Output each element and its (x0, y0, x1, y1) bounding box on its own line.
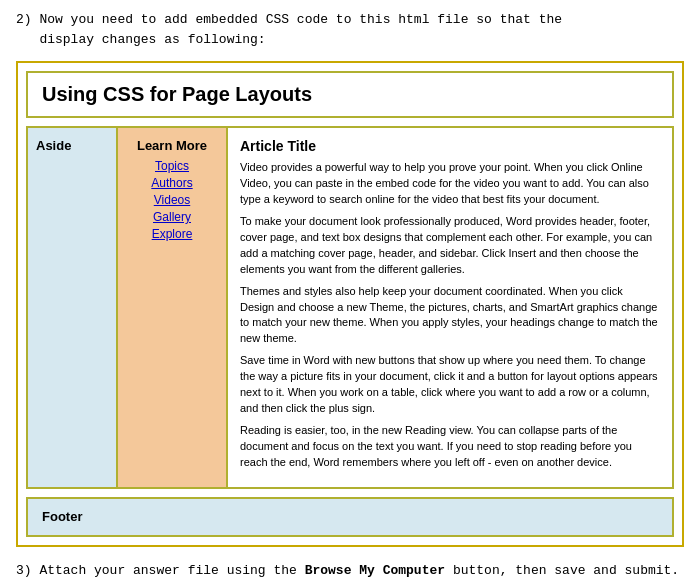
browse-my-computer-label: Browse My Computer (305, 563, 445, 577)
article-col: Article Title Video provides a powerful … (228, 128, 672, 487)
article-para-5: Reading is easier, too, in the new Readi… (240, 423, 660, 471)
list-item: Topics (126, 159, 218, 174)
step2-instruction: 2) Now you need to add embedded CSS code… (16, 10, 684, 49)
nav-col: Learn More Topics Authors Videos Gallery… (118, 128, 228, 487)
page-header: Using CSS for Page Layouts (26, 71, 674, 118)
article-title: Article Title (240, 138, 660, 154)
aside-label: Aside (36, 138, 71, 153)
list-item: Gallery (126, 210, 218, 225)
nav-link-explore[interactable]: Explore (152, 227, 193, 241)
article-para-3: Themes and styles also help keep your do… (240, 284, 660, 348)
list-item: Explore (126, 227, 218, 242)
step3-instruction: 3) Attach your answer file using the Bro… (16, 561, 684, 577)
nav-links-list: Topics Authors Videos Gallery Explore (126, 159, 218, 242)
nav-link-videos[interactable]: Videos (154, 193, 190, 207)
aside-col: Aside (28, 128, 118, 487)
article-para-1: Video provides a powerful way to help yo… (240, 160, 660, 208)
list-item: Authors (126, 176, 218, 191)
page-body: Aside Learn More Topics Authors Videos G… (26, 126, 674, 489)
step3-prefix: 3) Attach your answer file using the (16, 563, 305, 577)
article-para-4: Save time in Word with new buttons that … (240, 353, 660, 417)
step3-suffix: button, then save and submit. (445, 563, 679, 577)
list-item: Videos (126, 193, 218, 208)
footer-label: Footer (42, 509, 82, 524)
nav-link-topics[interactable]: Topics (155, 159, 189, 173)
article-para-2: To make your document look professionall… (240, 214, 660, 278)
page-header-title: Using CSS for Page Layouts (42, 83, 312, 105)
page-footer: Footer (26, 497, 674, 537)
nav-link-authors[interactable]: Authors (151, 176, 192, 190)
nav-link-gallery[interactable]: Gallery (153, 210, 191, 224)
nav-label: Learn More (126, 138, 218, 153)
preview-box: Using CSS for Page Layouts Aside Learn M… (16, 61, 684, 547)
